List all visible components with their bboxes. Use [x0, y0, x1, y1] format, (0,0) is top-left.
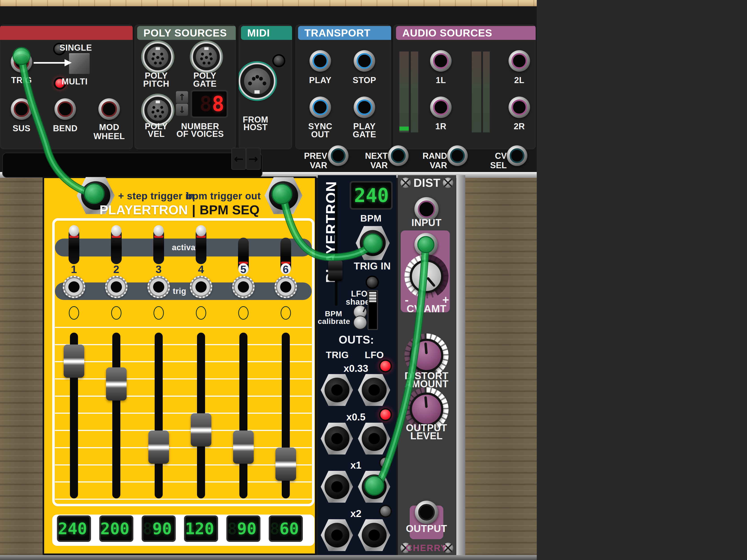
- slider-handle[interactable]: [276, 448, 296, 481]
- dist-title: DIST: [413, 176, 440, 189]
- sus-jack[interactable]: [11, 98, 32, 120]
- distort-amount-knob[interactable]: [410, 339, 443, 372]
- next-arrow-button[interactable]: →: [246, 148, 261, 170]
- stop-jack[interactable]: [354, 50, 375, 72]
- modular-synth-screenshot: SINGLE MULTI TRIG SUS BEND MOD WHEEL POL…: [0, 0, 747, 560]
- slider-handle[interactable]: [233, 430, 254, 464]
- shape-slider-handle[interactable]: [369, 292, 376, 302]
- prev-var-jack[interactable]: [328, 145, 349, 166]
- jack-hole: [153, 281, 164, 293]
- channel-trig-jack[interactable]: [105, 276, 128, 298]
- seq-channel: 6 60: [264, 218, 307, 545]
- slider-handle[interactable]: [106, 367, 127, 401]
- play-jack[interactable]: [310, 50, 331, 72]
- channel-trig-jack[interactable]: [63, 276, 85, 298]
- channel-trig-jack[interactable]: [148, 276, 170, 298]
- bpm-display: 240: [350, 181, 393, 210]
- rate-trig-out-jack[interactable]: [320, 422, 354, 455]
- step-trigger-in-label: + step trigger in: [118, 190, 194, 202]
- poly-pitch-label-2: PITCH: [143, 79, 170, 89]
- jack-hole: [280, 281, 291, 293]
- audio-2r-jack[interactable]: [509, 97, 530, 118]
- module-poly-sources: POLY SOURCES POLY PITCH POLY GATE POLY V…: [134, 25, 236, 149]
- next-var-jack[interactable]: [388, 145, 409, 166]
- from-host-label-2: HOST: [243, 123, 267, 132]
- channel-number: 1: [71, 263, 77, 275]
- poly-gate-din[interactable]: [191, 42, 222, 72]
- audio-1l-label: 1L: [436, 76, 446, 85]
- mod-wheel-jack[interactable]: [98, 98, 120, 120]
- dist-brand: CHERRY: [406, 543, 447, 553]
- rate-label: x0.33: [343, 363, 368, 374]
- slider-handle[interactable]: [148, 430, 169, 464]
- from-host-din[interactable]: [239, 63, 276, 100]
- slider-handle[interactable]: [63, 345, 84, 378]
- jack-hole: [238, 281, 249, 293]
- audio-2l-label: 2L: [514, 76, 524, 85]
- channel-bpm-slider[interactable]: [197, 332, 205, 499]
- poly-gate-label-2: GATE: [193, 79, 217, 89]
- toggle-cap: [69, 225, 79, 236]
- channel-bpm-slider[interactable]: [239, 332, 248, 499]
- channel-bpm-slider[interactable]: [282, 332, 290, 499]
- sync-led: [365, 275, 379, 289]
- rate-row: x2: [318, 506, 396, 557]
- seq-channel: 5 90: [222, 218, 264, 545]
- sync-out-jack[interactable]: [310, 97, 331, 118]
- poly-vel-din[interactable]: [143, 95, 173, 125]
- follower-slider-track: [335, 185, 337, 306]
- left-arrow-icon: ←: [234, 152, 243, 165]
- prev-arrow-button[interactable]: ←: [231, 148, 246, 170]
- toggle-cap: [196, 225, 206, 236]
- rate-row: x1: [318, 457, 396, 509]
- midi-led: [272, 54, 285, 67]
- rand-var-jack[interactable]: [447, 145, 468, 166]
- rate-row: x0.5: [318, 409, 396, 461]
- audio-1l-jack[interactable]: [430, 50, 452, 72]
- audio-1r-label: 1R: [435, 122, 446, 131]
- channel-bpm-slider[interactable]: [70, 332, 78, 499]
- channel-trig-jack[interactable]: [275, 276, 297, 298]
- poly-vel-label-2: VEL: [148, 129, 164, 139]
- rate-trig-out-jack[interactable]: [320, 518, 354, 552]
- bend-jack[interactable]: [54, 98, 76, 120]
- lfo-shape-slider[interactable]: [367, 290, 378, 330]
- poly-pitch-din[interactable]: [143, 42, 173, 72]
- rate-lfo-out-jack[interactable]: [357, 518, 391, 552]
- rate-lfo-out-jack[interactable]: [357, 422, 391, 455]
- follower-slider-handle[interactable]: [328, 260, 342, 281]
- rate-lfo-out-jack[interactable]: [357, 373, 391, 406]
- output-level-knob[interactable]: [410, 393, 443, 426]
- play-gate-jack[interactable]: [354, 97, 375, 118]
- audio-2r-label: 2R: [514, 122, 525, 131]
- rate-led: [379, 456, 392, 469]
- channel-bpm-slider[interactable]: [155, 332, 163, 499]
- channel-number: 5: [240, 263, 246, 275]
- cv-amt-label: CV AMT: [407, 303, 446, 315]
- channel-bpm-slider[interactable]: [112, 332, 120, 499]
- calibrate-knob-2[interactable]: [353, 316, 367, 329]
- trig-jack[interactable]: [11, 51, 32, 73]
- voices-up-button[interactable]: ↑: [176, 91, 188, 104]
- cv-sel-jack[interactable]: [507, 145, 527, 166]
- dist-output-jack[interactable]: [415, 501, 438, 524]
- slider-handle[interactable]: [191, 413, 211, 447]
- rate-trig-out-jack[interactable]: [320, 373, 354, 406]
- rack-rail-bottom: [0, 555, 537, 560]
- module-audio-sources: AUDIO SOURCES 1L 2L 1R 2R: [393, 25, 536, 149]
- channel-trig-jack[interactable]: [190, 276, 212, 298]
- channel-bpm-display: 240: [57, 515, 91, 542]
- trig-in-jack[interactable]: [355, 225, 390, 261]
- audio-2l-jack[interactable]: [509, 50, 530, 72]
- channel-led: [281, 306, 291, 320]
- cv-amt-knob[interactable]: [410, 260, 443, 293]
- rate-trig-out-jack[interactable]: [320, 470, 354, 503]
- sus-label: SUS: [12, 124, 30, 133]
- level-meter-2r: [483, 52, 490, 132]
- channel-trig-jack[interactable]: [232, 276, 255, 298]
- seq-name: BPM SEQ: [200, 202, 260, 217]
- toggle-cap: [154, 225, 164, 236]
- voices-down-button[interactable]: ↓: [176, 103, 188, 116]
- rate-lfo-out-jack[interactable]: [357, 470, 391, 503]
- audio-1r-jack[interactable]: [430, 97, 452, 118]
